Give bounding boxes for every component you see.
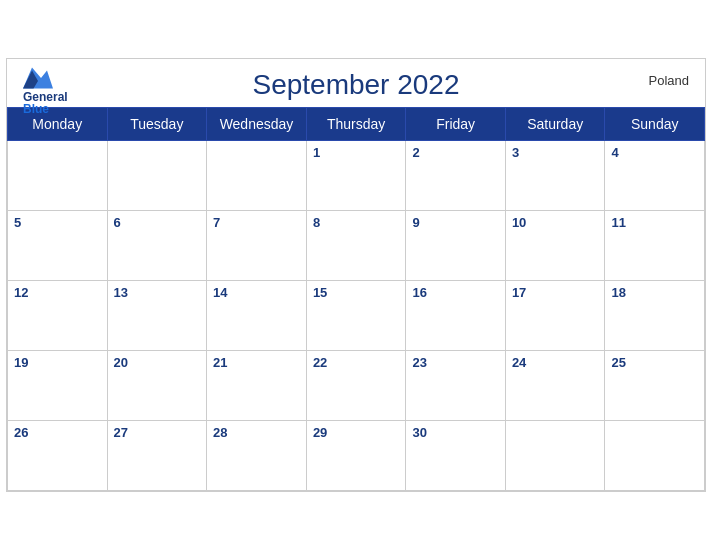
- day-number: 20: [114, 355, 128, 370]
- day-number: 10: [512, 215, 526, 230]
- day-cell: 11: [605, 211, 705, 281]
- day-number: 21: [213, 355, 227, 370]
- calendar: General Blue September 2022 Poland Monda…: [6, 58, 706, 492]
- day-number: 28: [213, 425, 227, 440]
- calendar-header: General Blue September 2022 Poland: [7, 59, 705, 107]
- week-row-4: 19202122232425: [8, 351, 705, 421]
- day-cell: 20: [107, 351, 207, 421]
- day-cell: 27: [107, 421, 207, 491]
- day-number: 6: [114, 215, 121, 230]
- day-cell: 13: [107, 281, 207, 351]
- day-number: 27: [114, 425, 128, 440]
- weekday-header-row: Monday Tuesday Wednesday Thursday Friday…: [8, 108, 705, 141]
- calendar-table: Monday Tuesday Wednesday Thursday Friday…: [7, 107, 705, 491]
- day-number: 22: [313, 355, 327, 370]
- col-wednesday: Wednesday: [207, 108, 307, 141]
- day-number: 18: [611, 285, 625, 300]
- day-cell: 26: [8, 421, 108, 491]
- day-cell: 6: [107, 211, 207, 281]
- day-number: 12: [14, 285, 28, 300]
- day-cell: 3: [505, 141, 605, 211]
- day-number: 13: [114, 285, 128, 300]
- day-number: 15: [313, 285, 327, 300]
- day-number: 19: [14, 355, 28, 370]
- calendar-title: September 2022: [252, 69, 459, 101]
- day-cell: 1: [306, 141, 406, 211]
- day-number: 8: [313, 215, 320, 230]
- day-cell: 28: [207, 421, 307, 491]
- col-sunday: Sunday: [605, 108, 705, 141]
- logo-blue-text: Blue: [23, 103, 49, 115]
- day-number: 26: [14, 425, 28, 440]
- logo: General Blue: [23, 67, 68, 115]
- logo-icon: [23, 67, 53, 89]
- day-number: 5: [14, 215, 21, 230]
- day-number: 9: [412, 215, 419, 230]
- day-cell: 23: [406, 351, 505, 421]
- col-thursday: Thursday: [306, 108, 406, 141]
- day-number: 23: [412, 355, 426, 370]
- day-cell: 24: [505, 351, 605, 421]
- day-number: 3: [512, 145, 519, 160]
- day-cell: 4: [605, 141, 705, 211]
- day-cell: 14: [207, 281, 307, 351]
- day-cell: 10: [505, 211, 605, 281]
- week-row-1: 1234: [8, 141, 705, 211]
- day-number: 25: [611, 355, 625, 370]
- day-number: 4: [611, 145, 618, 160]
- week-row-5: 2627282930: [8, 421, 705, 491]
- day-cell: 22: [306, 351, 406, 421]
- day-cell: 2: [406, 141, 505, 211]
- col-tuesday: Tuesday: [107, 108, 207, 141]
- day-number: 29: [313, 425, 327, 440]
- day-cell: 25: [605, 351, 705, 421]
- day-cell: 21: [207, 351, 307, 421]
- col-friday: Friday: [406, 108, 505, 141]
- day-cell: 15: [306, 281, 406, 351]
- day-cell: 9: [406, 211, 505, 281]
- day-number: 11: [611, 215, 625, 230]
- day-cell: [605, 421, 705, 491]
- week-row-3: 12131415161718: [8, 281, 705, 351]
- day-cell: [107, 141, 207, 211]
- day-cell: 19: [8, 351, 108, 421]
- day-cell: 16: [406, 281, 505, 351]
- day-number: 7: [213, 215, 220, 230]
- day-cell: [505, 421, 605, 491]
- day-cell: 29: [306, 421, 406, 491]
- col-saturday: Saturday: [505, 108, 605, 141]
- day-cell: 5: [8, 211, 108, 281]
- day-number: 2: [412, 145, 419, 160]
- week-row-2: 567891011: [8, 211, 705, 281]
- day-number: 14: [213, 285, 227, 300]
- day-number: 17: [512, 285, 526, 300]
- day-cell: 8: [306, 211, 406, 281]
- day-cell: 7: [207, 211, 307, 281]
- day-cell: 30: [406, 421, 505, 491]
- day-number: 24: [512, 355, 526, 370]
- day-number: 30: [412, 425, 426, 440]
- day-cell: 17: [505, 281, 605, 351]
- day-number: 1: [313, 145, 320, 160]
- day-number: 16: [412, 285, 426, 300]
- day-cell: 18: [605, 281, 705, 351]
- day-cell: [8, 141, 108, 211]
- day-cell: [207, 141, 307, 211]
- country-label: Poland: [649, 73, 689, 88]
- day-cell: 12: [8, 281, 108, 351]
